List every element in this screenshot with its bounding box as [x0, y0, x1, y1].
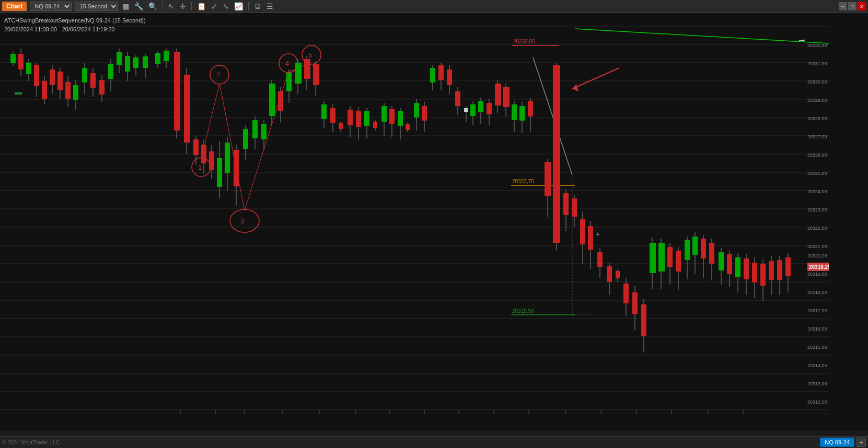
- candle: [545, 162, 551, 196]
- candle: [381, 106, 387, 122]
- candle: [727, 254, 732, 274]
- candle: [217, 158, 222, 187]
- zoom-icon[interactable]: 🔍: [147, 2, 158, 10]
- price-tick: 20323,00: [807, 207, 827, 213]
- cursor-icon[interactable]: ↖: [167, 2, 176, 10]
- instrument-dropdown[interactable]: NQ 09-24: [30, 2, 72, 11]
- draw-icon[interactable]: 📋: [196, 2, 207, 10]
- candle: [73, 85, 78, 100]
- candle: [389, 109, 395, 124]
- candle: [430, 68, 435, 82]
- candle: [701, 239, 706, 258]
- candle: [735, 257, 740, 277]
- candle: [117, 52, 122, 65]
- list-icon[interactable]: ☰: [265, 2, 274, 10]
- price-tick: 20325,00: [807, 171, 827, 176]
- price-tick: 20330,00: [807, 79, 827, 85]
- date-range: 20/06/2024 11:00:00 - 20/06/2024 11:19:3…: [4, 25, 146, 34]
- crosshair-icon[interactable]: ✛: [179, 2, 187, 10]
- candle: [658, 243, 665, 272]
- wave-label-2: 2: [216, 71, 220, 79]
- candle: [495, 84, 501, 105]
- mid-label: 20323,75: [512, 179, 534, 184]
- candle: [719, 252, 724, 270]
- candle: [18, 54, 24, 69]
- price-tick: 20329,00: [807, 98, 827, 103]
- tab-bar: © 2024 NinjaTrader, LLC NQ 09-24 +: [0, 436, 868, 448]
- candle: [752, 263, 757, 282]
- bar-chart-icon[interactable]: ▦: [121, 2, 130, 10]
- settings-icon[interactable]: 🔧: [133, 2, 144, 10]
- candle: [133, 57, 138, 68]
- price-tick: 20317,00: [807, 308, 827, 313]
- candle: [82, 68, 87, 82]
- current-price-label: 20318,25: [809, 264, 829, 270]
- wave-line-23: [219, 84, 245, 210]
- price-tick: 20328,00: [807, 116, 827, 121]
- candle: [201, 145, 206, 163]
- candle-small: [373, 122, 377, 128]
- candle: [261, 124, 267, 139]
- resistance-label: 20332,00: [513, 39, 535, 44]
- main-chart-canvas: 20332,00 20323,75 20315,50 ↓ 1 2 3 4 5: [0, 13, 829, 414]
- candle: [623, 284, 629, 303]
- candle: [487, 103, 492, 114]
- chart-tab-nq[interactable]: NQ 09-24: [820, 438, 854, 447]
- wave-label-4: 4: [285, 60, 289, 67]
- candle: [519, 106, 525, 121]
- candle: [125, 56, 130, 72]
- candle: [632, 292, 638, 314]
- add-tab-button[interactable]: +: [857, 438, 866, 447]
- candle: [143, 56, 148, 68]
- price-tick: 20315,00: [807, 345, 827, 350]
- timeframe-dropdown[interactable]: 15 Second: [75, 2, 118, 11]
- compress-icon[interactable]: ⤡: [222, 2, 230, 10]
- price-tick: 20327,00: [807, 134, 827, 139]
- candle: [34, 65, 39, 86]
- toolbar-separator-2: [191, 2, 192, 10]
- copyright-text: © 2024 NinjaTrader, LLC: [2, 440, 60, 445]
- candle: [588, 226, 593, 250]
- line-icon[interactable]: 📈: [233, 2, 244, 10]
- candle: [503, 87, 510, 107]
- price-tick: 20331,00: [807, 61, 827, 66]
- price-tick: 20326,00: [807, 152, 827, 158]
- candle: [512, 104, 517, 120]
- candle: [769, 261, 774, 280]
- candle: [313, 64, 319, 85]
- wave-label-3: 3: [240, 217, 244, 225]
- monitor-icon[interactable]: 🖥: [253, 2, 262, 10]
- indicator-name: ATCHSwingBreakoutSequence(NQ 09-24 (15 S…: [4, 16, 146, 25]
- minimize-button[interactable]: ─: [839, 2, 847, 10]
- candle: [99, 80, 105, 95]
- candle: [455, 91, 460, 106]
- wave-label-5: 5: [308, 51, 312, 59]
- close-button[interactable]: ✕: [858, 2, 866, 10]
- candle: [321, 104, 327, 119]
- candle: [193, 139, 199, 155]
- candle: [398, 111, 403, 126]
- candle: [65, 82, 71, 99]
- price-grid: [0, 26, 829, 410]
- price-tick: 20313,00: [807, 381, 827, 386]
- candle: [50, 69, 55, 85]
- candle: [470, 104, 476, 116]
- candle-doji: [464, 108, 468, 112]
- candle: [155, 53, 160, 64]
- candle: [478, 101, 483, 112]
- expand-icon[interactable]: ⤢: [210, 2, 218, 10]
- price-tick: 20322,00: [807, 226, 827, 231]
- maximize-button[interactable]: □: [848, 2, 857, 10]
- price-tick: 20324,00: [807, 189, 827, 194]
- trend-line-green: [575, 29, 829, 43]
- candle: [90, 73, 96, 88]
- candle: [447, 69, 452, 85]
- candle: [744, 258, 749, 279]
- candle: [572, 198, 577, 217]
- window-controls: ─ □ ✕: [839, 2, 866, 10]
- tick-mark: +: [596, 230, 600, 238]
- trend-line-down: [533, 57, 572, 175]
- candle: [108, 64, 113, 79]
- candle: [667, 247, 673, 267]
- price-tick: 20318,00: [807, 290, 827, 295]
